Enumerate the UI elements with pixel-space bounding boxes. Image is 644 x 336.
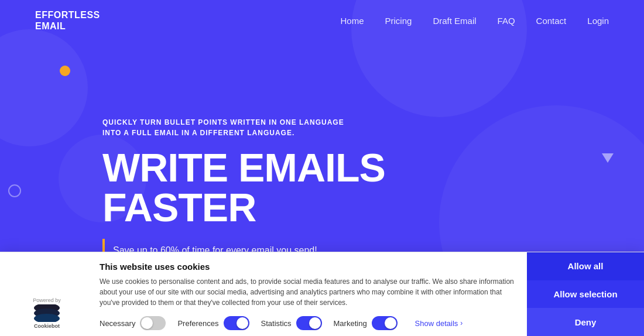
orange-dot-decoration [60,66,70,76]
show-details-link[interactable]: Show details › [415,319,463,328]
toggle-marketing[interactable] [372,316,398,330]
cookie-banner: Powered by Cookiebot This website uses c… [0,252,644,336]
bg-decoration-3 [0,29,88,146]
powered-by-text: Powered by [33,297,61,303]
cookie-toggles: Necessary Preferences Statistics [100,316,515,330]
nav-contact[interactable]: Contact [536,16,567,26]
circle-decoration [8,184,21,197]
nav-draft-email[interactable]: Draft Email [433,16,476,26]
allow-selection-button[interactable]: Allow selection [527,280,644,308]
logo-line1: EFFORTLESS [35,9,100,20]
toggle-knob-marketing [385,317,396,329]
toggle-knob-statistics [309,317,321,329]
cookie-body-text: We use cookies to personalise content an… [100,276,515,308]
toggle-statistics[interactable] [296,316,322,330]
cookiebot-icon [32,304,61,322]
hero-title-line1: WRITE EMAILS [102,148,385,187]
toggle-label-necessary: Necessary [100,319,135,328]
toggle-necessary[interactable] [140,316,166,330]
toggle-label-statistics: Statistics [261,319,292,328]
toggle-group-marketing: Marketing [334,316,398,330]
nav-home[interactable]: Home [341,16,364,26]
cookiebot-logo: Powered by Cookiebot [32,297,61,329]
show-details-chevron-icon: › [460,319,463,327]
nav-login[interactable]: Login [587,16,609,26]
cookie-title: This website uses cookies [100,262,515,272]
show-details-text: Show details [415,319,458,328]
toggle-label-preferences: Preferences [177,319,218,328]
cookie-action-buttons: Allow all Allow selection Deny [527,252,644,336]
toggle-preferences[interactable] [224,316,249,330]
bg-decoration-2 [439,105,644,252]
toggle-group-preferences: Preferences [177,316,249,330]
toggle-group-necessary: Necessary [100,316,166,330]
toggle-knob-necessary [141,317,153,329]
hero-title: WRITE EMAILS FASTER [102,148,385,227]
navbar: EFFORTLESS EMAIL Home Pricing Draft Emai… [0,0,644,41]
logo-line2: EMAIL [35,20,100,32]
deny-button[interactable]: Deny [527,308,644,336]
toggle-group-statistics: Statistics [261,316,322,330]
logo[interactable]: EFFORTLESS EMAIL [35,9,100,32]
cookie-branding: Powered by Cookiebot [0,252,94,336]
toggle-knob-preferences [237,317,248,329]
hero-content: QUICKLY TURN BULLET POINTS WRITTEN IN ON… [102,117,385,262]
hero-title-line2: FASTER [102,187,385,227]
cookiebot-brand-name: Cookiebot [34,323,60,329]
nav-pricing[interactable]: Pricing [385,16,412,26]
cookie-main-content: This website uses cookies We use cookies… [94,252,527,336]
nav-faq[interactable]: FAQ [498,16,515,26]
nav-links: Home Pricing Draft Email FAQ Contact Log… [341,16,609,26]
toggle-label-marketing: Marketing [334,319,367,328]
triangle-decoration [602,153,614,163]
hero-subtitle: QUICKLY TURN BULLET POINTS WRITTEN IN ON… [102,117,348,138]
allow-all-button[interactable]: Allow all [527,252,644,280]
